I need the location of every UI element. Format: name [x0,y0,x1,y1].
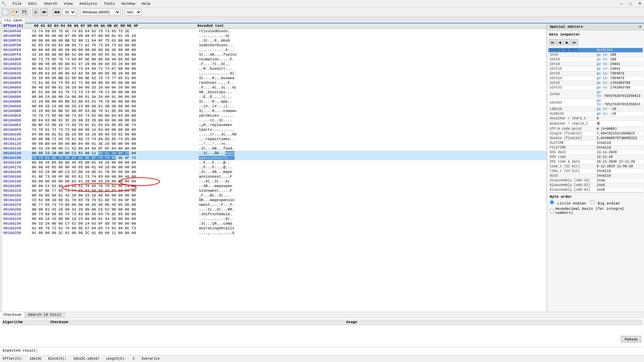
table-row[interactable]: 00109FA0 72 74 69 63 75 6C 74 65 64 62 7… [2,29,546,34]
offset-size-select[interactable]: 16 8 32 [62,9,76,15]
new-button[interactable]: 📄 [1,8,9,16]
menu-edit[interactable]: Edit [27,1,38,6]
table-row[interactable]: 0010A0B0 33 28 00 06 BE 52 00 0F 63 6D 7… [2,109,546,113]
table-row[interactable]: 0010A0E0 06 BF 52 00 10 72 65 70 6C 61 6… [2,123,546,127]
table-row[interactable]: 0010A160 00 00 46 05 00 00 46 05 00 01 4… [2,160,546,165]
nav-next-button[interactable]: ▶ [564,39,571,45]
hex-content[interactable]: 00109FA0 72 74 69 63 75 6C 74 65 64 62 7… [2,29,546,312]
timet32-label: time_t (32 bit) [548,164,595,169]
table-row[interactable]: 0010A020 06 BA 52 00 07 62 75 73 64 69 7… [2,66,546,71]
table-row[interactable]: 0010A180 00 33 28 00 06 C3 52 00 10 6D 6… [2,170,546,174]
table-row[interactable]: 0010A220 00 00 18 15 00 00 18 15 00 00 0… [2,217,546,221]
dostimedate-label: DOS time & date [548,160,595,164]
print-button[interactable]: 🖨 [32,8,39,16]
table-row[interactable]: 0010A200 00 00 01 43 28 00 33 28 00 06 C… [2,207,546,212]
table-row[interactable]: 0010A100 04 00 00 01 01 3D 28 00 33 28 0… [2,132,546,137]
table-row[interactable]: 0010A0D0 00 84 03 00 01 3C 28 00 33 28 0… [2,118,546,123]
uint32-row: UInt32 go to:1701863789 [548,85,643,90]
uint8-goto[interactable]: go to: [597,58,609,61]
save-button[interactable]: 💾 [20,8,28,16]
table-row[interactable]: 00109FC0 00 00 00 00 06 BB 52 00 11 64 6… [2,38,546,43]
table-row[interactable]: 0010A040 33 28 00 06 BB 52 00 00 0E 62 7… [2,76,546,80]
little-endian-label[interactable]: Little endian [550,200,586,205]
open-button[interactable]: 📂▾ [10,8,19,16]
table-row[interactable]: 0010A030 00 00 84 03 00 00 84 03 38 00 0… [2,71,546,76]
int16-goto[interactable]: go to: [597,62,609,66]
menu-view[interactable]: View [62,1,74,6]
int16-value: go to:24941 [595,62,643,67]
table-row[interactable]: 0010A120 00 00 B0 04 00 00 B0 04 00 01 3… [2,141,546,146]
disasm16-row: Disassembly (x86-16) insw [548,178,643,183]
refresh-button[interactable]: Refresh [621,336,641,343]
table-row-highlighted[interactable]: 0010A140 00 00 33 28 00 06 C2 52 00 11 6… [2,151,546,156]
leb128-goto[interactable]: go to: [597,107,609,111]
uint32-goto[interactable]: go to: [597,86,609,89]
table-row[interactable]: 0010A240 61 6E 79 72 61 74 69 6E 67 64 6… [2,226,546,231]
maximize-button[interactable]: □ [628,2,633,6]
table-row[interactable]: 00109FE0 00 00 00 00 00 00 00 00 00 00 0… [2,48,546,52]
table-row[interactable]: 0010A010 00 00 46 05 00 00 01 37 28 00 0… [2,62,546,66]
nav-left-button[interactable]: ◀◀ [52,8,61,16]
tab-checksum[interactable]: Checksum [0,312,25,318]
table-row-highlighted-2[interactable]: 0010A150 78 70 61 6E 73 69 6F 6E 6E 6F 7… [2,156,546,160]
nav-last-button[interactable]: ⏭ [571,39,578,45]
little-endian-radio[interactable] [550,200,554,204]
menu-search[interactable]: Search [43,1,59,6]
table-row[interactable]: 0010A1A0 00 00 06 05 00 00 01 41 28 00 3… [2,179,546,184]
int8-goto[interactable]: go to: [597,53,609,57]
table-row[interactable]: 0010A130 00 33 28 00 06 C1 52 00 04 66 6… [2,146,546,151]
nav-back-button[interactable]: ◀▾ [40,8,48,16]
uleb128-goto[interactable]: go to: [597,112,609,116]
uint64-goto[interactable]: go to: [597,99,603,106]
int32-goto[interactable]: go to: [597,81,609,85]
table-row[interactable]: 0010A0C0 79 70 72 65 6D 69 73 65 73 02 0… [2,113,546,118]
nav-prev-button[interactable]: ◀ [556,39,563,45]
table-row[interactable]: 0010A1B0 00 06 C4 52 00 11 6D 61 70 65 7… [2,184,546,188]
table-row[interactable]: 0010A000 6E 73 75 6D 70 74 69 6F 6E 00 0… [2,57,546,62]
nav-first-button[interactable]: ⏮ [549,39,556,45]
table-row[interactable]: 0010A230 00 33 28 00 06 C7 52 00 14 63 6… [2,221,546,226]
table-row[interactable]: 0010A1F0 6E 77 65 73 74 00 00 00 46 05 0… [2,202,546,207]
table-row[interactable]: 0010A110 00 00 0B 72 65 70 61 69 72 74 6… [2,137,546,141]
int64-goto[interactable]: go to: [597,90,603,98]
table-row[interactable]: 0010A080 00 00 CA 08 00 CA 08 00 01 3A 2… [2,95,546,99]
encoding-select[interactable]: Windows (ANSI) UTF-8 [80,9,120,15]
table-row[interactable]: 0010A1C0 69 6F 6E 77 65 73 74 68 03 00 0… [2,188,546,193]
table-row[interactable]: 0010A0F0 74 70 61 72 74 73 00 00 00 1A 0… [2,127,546,132]
hex-basis-checkbox[interactable] [550,209,554,213]
big-endian-radio[interactable] [590,200,594,204]
close-button[interactable]: ✕ [637,1,643,6]
mode-select[interactable]: hex dec [125,9,142,15]
table-row[interactable]: 0010A050 72 61 6E 64 74 65 61 72 00 00 0… [2,80,546,85]
table-row[interactable]: 00109FB0 00 00 00 00 08 07 00 00 08 07 0… [2,34,546,38]
int24-goto[interactable]: go to: [597,72,609,75]
table-row[interactable]: 0010A060 00 46 05 00 01 38 28 00 00 33 2… [2,85,546,90]
file-tab[interactable]: rtc.save [1,18,25,23]
menu-tools[interactable]: Tools [103,1,116,6]
table-row[interactable]: 00109FF0 33 28 00 00 06 B9 52 00 00 65 6… [2,52,546,57]
tab-search[interactable]: Search (0 hits) [25,312,65,318]
menu-help[interactable]: Help [140,1,152,6]
table-row[interactable]: 0010A1D0 00 46 05 00 01 42 28 00 33 28 0… [2,193,546,198]
table-row[interactable]: 0010A170 00 00 46 05 00 00 46 05 00 01 4… [2,165,546,170]
table-row[interactable]: 0010A090 33 28 00 00 06 BD 52 00 03 61 7… [2,99,546,104]
table-row[interactable]: 0010A210 00 73 68 69 66 74 73 63 68 65 6… [2,212,546,217]
table-row[interactable]: 0010A0A0 00 00 28 23 00 00 28 23 00 00 0… [2,104,546,109]
int32-value: go to:1701863789 [595,81,643,85]
table-row[interactable]: 0010A070 BC 52 00 08 62 75 73 73 74 6F 7… [2,90,546,95]
ansichar-row: AnsiChar / char8_t m [548,116,643,121]
table-row[interactable]: 0010A250 01 00 00 00 2C 01 00 00 2C 01 0… [2,231,546,235]
int16-row: Int16 go to:24941 [548,62,643,67]
table-row[interactable]: 00109FD0 6C 65 64 65 63 6B 65 72 62 75 7… [2,43,546,48]
table-row[interactable]: 0010A190 61 6E 73 69 6F 6E 65 61 73 74 0… [2,174,546,179]
menu-analysis[interactable]: Analysis [78,1,99,6]
timet64-row: time_t (64 bit) Invalid [548,169,643,174]
big-endian-label[interactable]: Big endian [590,200,620,205]
uint16-goto[interactable]: go to: [597,67,609,71]
uint24-goto[interactable]: go to: [597,76,609,80]
table-row[interactable]: 0010A1E0 C5 52 00 10 6D 61 70 65 78 70 6… [2,198,546,202]
special-editors-close[interactable]: × [639,24,641,29]
menu-file[interactable]: File [11,1,23,6]
menu-window[interactable]: Window [120,1,137,6]
minimize-button[interactable]: ─ [619,2,624,6]
